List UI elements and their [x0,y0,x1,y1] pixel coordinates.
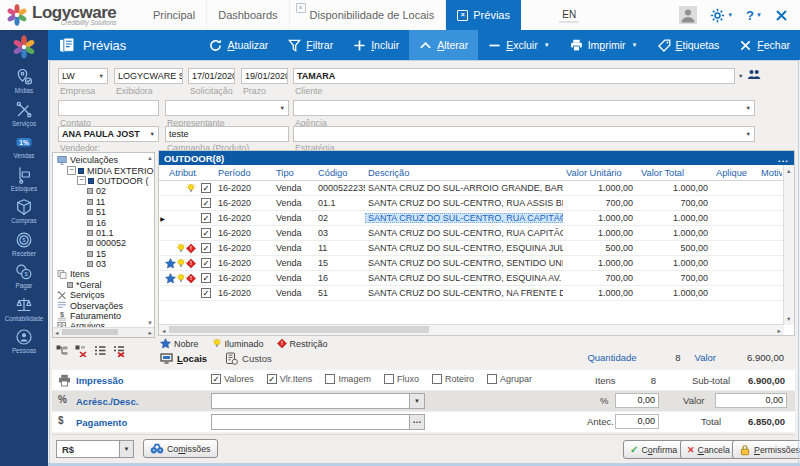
help-menu[interactable]: ?▼ [746,8,762,23]
scroll-right-icon[interactable]: ► [777,327,782,335]
tree-node[interactable]: 03 [55,259,154,269]
column-header[interactable]: Valor Total [638,168,713,178]
table-row[interactable]: ✓16-2020Venda51SANTA CRUZ DO SUL-CENTRO,… [159,286,794,301]
sidebar-item-pessoas[interactable]: Pessoas [5,328,44,354]
sidebar-logo-icon[interactable] [12,35,36,59]
sidebar-item-vendas[interactable]: 1%Vendas [5,133,44,159]
checkbox[interactable]: ✓ [201,258,211,268]
toolbar-button-fechar[interactable]: Fechar [729,30,800,60]
tree-node[interactable]: 01.1 [55,228,154,238]
table-row[interactable]: ✓16-2020Venda03SANTA CRUZ DO SUL-CENTRO,… [159,226,794,241]
acresc-percent-input[interactable]: 0,00 [615,393,659,408]
checkbox[interactable]: ✓ [201,243,211,253]
agencia-field[interactable]: ▼ [293,100,755,116]
checkbox[interactable]: ✓ [201,183,211,193]
scrollbar-thumb[interactable] [169,326,429,333]
cell-descricao[interactable]: SANTA CRUZ DO SUL-CENTRO, RUA CAPITÃO FE… [365,228,563,238]
tree-scroll-down-icon[interactable]: ▼ [147,320,153,326]
cell-descricao[interactable]: SANTA CRUZ DO SUL-CENTRO, ESQUINA AV. JO… [365,273,563,283]
toolbar-button-incluir[interactable]: Incluir [343,30,409,60]
table-row[interactable]: !✓16-2020Venda15SANTA CRUZ DO SUL-CENTRO… [159,256,794,271]
tree-expander-icon[interactable]: − [67,166,76,175]
checkbox[interactable]: ✓ [201,213,211,223]
exibidora-field[interactable]: LOGYCWARE SISTI▼ [114,68,183,84]
checkbox[interactable]: ✓ [211,374,221,384]
tree-node[interactable]: $Faturamento [55,311,154,321]
cliente-field[interactable]: TAMARA [293,68,735,84]
acresc-valor-input[interactable]: 0,00 [715,393,787,408]
cell-descricao[interactable]: SANTA CRUZ DO SUL-CENTRO, NA FRENTE DA L… [365,288,563,298]
tree-tool-list-cancel-icon[interactable] [113,345,125,357]
tree-node[interactable]: 02 [55,186,154,196]
permissoes-button[interactable]: Permissões [732,440,800,459]
print-option-roteiro[interactable]: Roteiro [432,374,474,384]
table-row[interactable]: ✓16-2020Venda0000522235SANTA CRUZ DO SUL… [159,181,794,196]
cancela-button[interactable]: ✕Cancela [680,440,737,459]
table-horizontal-scrollbar[interactable]: ◄ ► [159,324,784,335]
column-header[interactable]: Aplique [713,168,758,178]
language-selector[interactable]: EN [559,8,579,23]
sidebar-item-pagar[interactable]: $Pagar [5,263,44,289]
tree-node[interactable]: *Geral [55,280,154,290]
empresa-field[interactable]: LW▼ [58,68,108,84]
tree-expander-icon[interactable]: − [77,176,86,185]
checkbox[interactable]: ✓ [201,198,211,208]
sidebar-item-serviços[interactable]: Serviços [5,101,44,127]
scrollbar-thumb[interactable] [62,329,118,335]
print-option-agrupar[interactable]: Agrupar [487,374,532,384]
confirma-button[interactable]: ✓Confirma [623,440,684,459]
antec-input[interactable]: 0,00 [615,414,659,429]
cliente-dropdown-icon[interactable]: ▼ [738,73,743,79]
detail-tab-locais[interactable]: Locais [160,352,207,365]
tree-node[interactable]: Veiculações [55,155,154,165]
column-header[interactable]: Descrição [365,168,563,178]
tree-node[interactable]: Itens [55,269,154,279]
chevron-down-icon[interactable]: ▼ [409,394,424,408]
cliente-lookup-people-icon[interactable] [747,69,761,80]
column-header[interactable]: Código [315,168,365,178]
window-tab-1[interactable]: Dashboards [207,0,289,30]
scroll-down-icon[interactable]: ▼ [786,315,791,323]
column-header[interactable]: Atribut... [166,168,197,178]
estrategia-field[interactable]: ▼ [293,126,755,142]
acresc-select[interactable]: ▼ [211,393,425,409]
scroll-left-icon[interactable]: ◄ [54,329,59,337]
checkbox[interactable] [325,374,335,384]
table-row[interactable]: ✓16-2020Venda01.1SANTA CRUZ DO SUL-CENTR… [159,196,794,211]
solicitacao-field[interactable]: 17/01/2020 [188,68,235,84]
tree-node[interactable]: 11 [55,197,154,207]
tree-scroll-up-icon[interactable]: ▲ [147,155,153,161]
window-close-button[interactable] [775,9,788,22]
column-header[interactable]: Tipo [273,168,315,178]
table-row[interactable]: !✓16-2020Venda16SANTA CRUZ DO SUL-CENTRO… [159,271,794,286]
table-row[interactable]: ▶✓16-2020Venda02SANTA CRUZ DO SUL-CENTRO… [159,211,794,226]
scroll-left-icon[interactable]: ◄ [161,327,166,335]
vendedor-field[interactable]: ANA PAULA JOST▼ [58,126,159,142]
checkbox[interactable]: ✓ [201,228,211,238]
table-vertical-scrollbar[interactable]: ▲ ▼ [783,165,794,325]
tree-node[interactable]: Serviços [55,290,154,300]
tree-node[interactable]: −OUTDOOR ( [55,176,154,186]
print-option-valores[interactable]: ✓Valores [211,374,254,384]
cell-descricao[interactable]: SANTA CRUZ DO SUL-CENTRO, RUA ASSIS BRAS… [365,198,563,208]
checkbox[interactable]: ✓ [267,374,277,384]
tree-node[interactable]: Observações [55,300,154,310]
window-tab-2[interactable]: ×Disponibilidade de Locais [290,0,447,30]
table-row[interactable]: !✓16-2020Venda11SANTA CRUZ DO SUL-CENTRO… [159,241,794,256]
checkbox[interactable] [487,374,497,384]
scroll-right-icon[interactable]: ► [148,329,153,337]
window-tab-0[interactable]: Principal [142,0,207,30]
tab-close-icon[interactable]: × [296,3,306,13]
tree-tool-expand-icon[interactable] [56,345,68,357]
print-option-fluxo[interactable]: Fluxo [384,374,419,384]
tree-node[interactable]: 000052 [55,238,154,248]
cell-descricao[interactable]: SANTA CRUZ DO SUL-CENTRO, ESQUINA JULIO … [365,243,563,253]
table-more-button[interactable]: ... [778,153,789,164]
tree-horizontal-scrollbar[interactable]: ◄ ► [53,327,154,337]
pagamento-input[interactable]: … [211,414,425,430]
scroll-up-icon[interactable]: ▲ [786,167,791,175]
prazo-field[interactable]: 19/01/2020 [241,68,288,84]
cell-descricao[interactable]: SANTA CRUZ DO SUL-CENTRO, SENTIDO UNISC-… [365,258,563,268]
toolbar-button-etiquetas[interactable]: Etiquetas [648,30,730,60]
cell-descricao[interactable]: SANTA CRUZ DO SUL-CENTRO, RUA CAPITÃO FE… [365,213,563,223]
